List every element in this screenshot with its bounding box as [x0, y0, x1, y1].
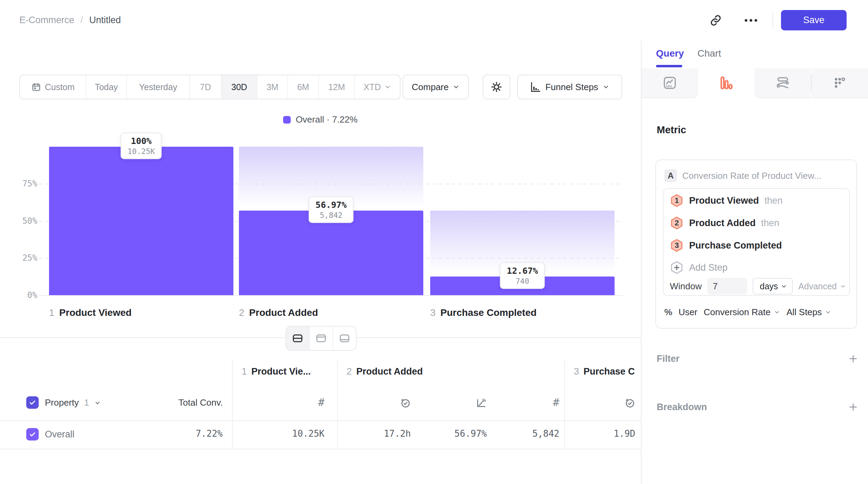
query-step-1[interactable]: 1 Product Viewed then [670, 194, 783, 207]
table-group-header-2: 2 Product Added [347, 366, 423, 377]
gear-icon [491, 81, 502, 93]
chevron-down-icon [781, 283, 787, 290]
total-conv-header[interactable]: Total Conv. [179, 397, 223, 408]
date-range-today[interactable]: Today [86, 75, 127, 99]
layout-toggle-table-only[interactable] [333, 327, 356, 350]
chevron-down-icon [825, 309, 831, 316]
date-range-label: 3M [267, 82, 279, 92]
query-step-3[interactable]: 3 Purchase Completed [670, 239, 782, 252]
group-number: 1 [242, 366, 247, 377]
select-all-checkbox[interactable] [26, 396, 39, 409]
stopwatch-check-icon [400, 397, 411, 408]
avg-time-metric-icon[interactable] [624, 397, 635, 410]
legend-series-label: Overall [296, 114, 324, 125]
step-number: 1 [670, 194, 684, 207]
property-index: 1 [84, 397, 89, 408]
chart-type-line[interactable] [642, 68, 698, 98]
hash-icon: # [318, 396, 325, 408]
metric-title[interactable]: Conversion Rate of Product View... [682, 171, 821, 181]
add-step-label: Add Step [689, 262, 727, 273]
step-name: Product Viewed [59, 307, 132, 318]
step-name: Product Added [249, 307, 318, 318]
tooltip-count: 10.25K [127, 147, 155, 156]
funnel-tooltip: 56.97% 5,842 [309, 196, 354, 223]
step-number: 1 [49, 307, 55, 318]
measure-metric-select[interactable]: Conversion Rate [704, 307, 780, 318]
date-range-custom[interactable]: Custom [20, 75, 86, 99]
row-checkbox-overall[interactable] [26, 428, 39, 441]
funnel-bars-icon [530, 81, 541, 93]
funnel-bar-solid [49, 147, 233, 295]
chart-type-flows[interactable] [754, 68, 811, 98]
date-range-xtd[interactable]: XTD [355, 75, 400, 99]
tooltip-count: 740 [507, 277, 538, 285]
step-name: Purchase Completed [441, 307, 537, 318]
funnel-bar-step-2[interactable]: 56.97% 5,842 [239, 147, 423, 295]
group-number: 2 [347, 366, 352, 377]
layout-toggle-chart-only[interactable] [310, 327, 333, 350]
add-step-button[interactable]: Add Step [670, 261, 727, 274]
table-group-header-1: 1 Product Vie... [242, 366, 311, 377]
step-number: 2 [670, 216, 684, 230]
date-range-yesterday[interactable]: Yesterday [127, 75, 190, 99]
main-content: Custom Today Yesterday 7D 30D 3M 6M 12M … [0, 40, 641, 484]
add-filter-button[interactable] [848, 354, 858, 364]
tab-chart[interactable]: Chart [697, 48, 721, 59]
date-range-30d[interactable]: 30D [222, 75, 258, 99]
chevron-down-icon [774, 309, 780, 316]
measure-entity[interactable]: User [678, 307, 697, 318]
count-metric-icon[interactable]: # [553, 396, 559, 408]
chart-view-label: Funnel Steps [545, 82, 598, 93]
metric-heading: Metric [657, 124, 686, 136]
layout-toggle-split[interactable] [286, 327, 310, 350]
share-link-button[interactable] [709, 14, 722, 27]
property-label: Property [45, 397, 79, 408]
group-label: Purchase C [584, 366, 635, 377]
chevron-down-icon [453, 84, 460, 90]
window-value-input[interactable] [707, 278, 747, 294]
date-range-7d[interactable]: 7D [190, 75, 222, 99]
more-options-button[interactable] [742, 15, 760, 26]
window-label: Window [670, 281, 702, 292]
chevron-down-icon [94, 400, 101, 406]
breadcrumb-separator: / [80, 15, 83, 26]
chart-settings-button[interactable] [483, 75, 510, 99]
y-axis-tick: 25% [10, 253, 37, 263]
tooltip-percent: 100% [127, 136, 155, 146]
date-range-control: Custom Today Yesterday 7D 30D 3M 6M 12M … [19, 75, 401, 99]
breadcrumb-current[interactable]: Untitled [89, 15, 121, 26]
measure-scope-select[interactable]: All Steps [787, 307, 832, 318]
step-number: 3 [670, 239, 684, 252]
funnel-steps-card: 1 Product Viewed then 2 Product Added th… [663, 188, 850, 296]
chart-type-retention[interactable] [812, 68, 868, 98]
tab-query[interactable]: Query [656, 48, 684, 59]
legend-swatch [283, 116, 291, 124]
window-row: Window days Advanced [670, 278, 845, 294]
chart-legend[interactable]: Overall · 7.22% [0, 114, 641, 125]
date-range-3m[interactable]: 3M [258, 75, 288, 99]
step-hexagon-badge: 1 [670, 194, 684, 207]
table-column-divider [564, 360, 565, 449]
date-range-label: 12M [328, 82, 345, 92]
avg-time-metric-icon[interactable] [400, 397, 411, 410]
breadcrumb-parent[interactable]: E-Commerce [19, 15, 74, 26]
count-metric-icon[interactable]: # [318, 396, 325, 408]
funnel-bar-step-3[interactable]: 12.67% 740 [430, 147, 615, 295]
advanced-toggle[interactable]: Advanced [798, 281, 846, 291]
step-event-name: Product Viewed [689, 195, 759, 206]
query-step-2[interactable]: 2 Product Added then [670, 216, 779, 230]
property-selector[interactable]: Property 1 [45, 397, 101, 408]
add-breakdown-button[interactable] [848, 402, 858, 412]
chart-type-funnel[interactable] [698, 68, 755, 98]
row-label: Overall [45, 429, 75, 440]
date-range-12m[interactable]: 12M [319, 75, 355, 99]
conversion-metric-icon[interactable]: % [476, 397, 487, 410]
window-unit-select[interactable]: days [753, 278, 793, 294]
save-button[interactable]: Save [781, 10, 847, 30]
svg-text:%: % [482, 398, 486, 403]
funnel-bar-step-1[interactable]: 100% 10.25K [49, 147, 233, 295]
chart-view-selector[interactable]: Funnel Steps [517, 75, 622, 99]
date-range-6m[interactable]: 6M [288, 75, 319, 99]
compare-button[interactable]: Compare [403, 75, 469, 99]
y-axis-tick: 50% [10, 216, 37, 226]
